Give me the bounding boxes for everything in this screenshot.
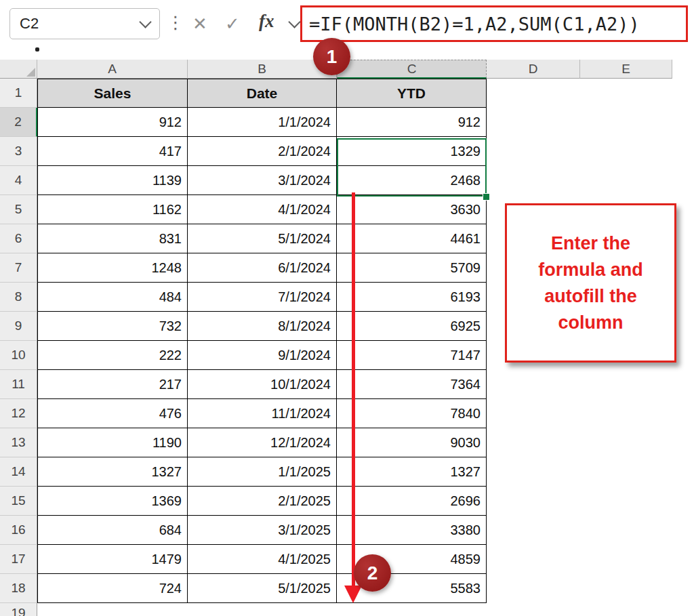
cell-ytd[interactable]: 5709 (337, 253, 487, 283)
row-header[interactable]: 16 (0, 516, 37, 545)
cell-empty[interactable] (487, 370, 580, 399)
cell-sales[interactable]: 1248 (37, 253, 188, 283)
name-box[interactable]: C2 (9, 8, 160, 39)
cell-ytd[interactable]: 2468 (337, 166, 487, 195)
formula-input[interactable]: =IF(MONTH(B2)=1,A2,SUM(C1,A2)) (300, 5, 688, 42)
cell-sales[interactable]: 1479 (37, 545, 188, 574)
cell-ytd[interactable]: 7147 (337, 341, 487, 370)
row-header[interactable]: 3 (0, 137, 37, 166)
cell-date[interactable]: 8/1/2024 (188, 312, 337, 341)
cell-empty[interactable] (580, 487, 672, 516)
cell-ytd[interactable]: 1327 (337, 457, 487, 487)
cell-empty[interactable] (580, 79, 672, 108)
row-header[interactable]: 14 (0, 457, 37, 487)
confirm-icon[interactable]: ✓ (225, 14, 240, 35)
cell-date[interactable]: 3/1/2025 (188, 516, 337, 545)
cell-ytd[interactable]: 1329 (337, 137, 487, 166)
cell-empty[interactable] (487, 574, 580, 603)
cell-date[interactable]: 5/1/2025 (188, 574, 337, 603)
row-header[interactable]: 7 (0, 253, 37, 283)
cell-date[interactable]: 11/1/2024 (188, 399, 337, 428)
cell-empty[interactable] (580, 574, 672, 603)
row-header[interactable]: 8 (0, 283, 37, 312)
cell-date-header[interactable]: Date (188, 79, 337, 108)
cell-date[interactable]: 4/1/2024 (188, 195, 337, 224)
cell-date[interactable]: 2/1/2025 (188, 487, 337, 516)
cell-sales[interactable]: 732 (37, 312, 188, 341)
row-header[interactable]: 2 (0, 108, 37, 137)
column-header-e[interactable]: E (580, 60, 672, 79)
row-header[interactable]: 6 (0, 224, 37, 253)
cell-sales[interactable]: 1327 (37, 457, 188, 487)
column-header-a[interactable]: A (37, 60, 188, 79)
cell-sales[interactable]: 1369 (37, 487, 188, 516)
cell-sales[interactable]: 912 (37, 108, 188, 137)
cell-sales-header[interactable]: Sales (37, 79, 188, 108)
cell-empty[interactable] (487, 79, 580, 108)
cell-empty[interactable] (580, 516, 672, 545)
cell-sales[interactable]: 222 (37, 341, 188, 370)
cell-ytd[interactable]: 3630 (337, 195, 487, 224)
row-header[interactable]: 18 (0, 574, 37, 603)
select-all-corner[interactable] (0, 60, 37, 79)
cell-date[interactable]: 6/1/2024 (188, 253, 337, 283)
cell-ytd-header[interactable]: YTD (337, 79, 487, 108)
cell-date[interactable]: 10/1/2024 (188, 370, 337, 399)
cell-date[interactable]: 3/1/2024 (188, 166, 337, 195)
row-header[interactable]: 10 (0, 341, 37, 370)
cell-empty[interactable] (487, 487, 580, 516)
cell-empty[interactable] (580, 108, 672, 137)
cell-sales[interactable]: 217 (37, 370, 188, 399)
cell-ytd[interactable]: 3380 (337, 516, 487, 545)
row-header[interactable]: 17 (0, 545, 37, 574)
cell-sales[interactable]: 684 (37, 516, 188, 545)
insert-function-icon[interactable]: fx (259, 11, 274, 32)
cell-empty[interactable] (487, 516, 580, 545)
column-header-d[interactable]: D (487, 60, 580, 79)
cell-sales[interactable]: 831 (37, 224, 188, 253)
row-header[interactable]: 4 (0, 166, 37, 195)
row-header[interactable]: 15 (0, 487, 37, 516)
cell-empty[interactable] (487, 399, 580, 428)
cell-empty[interactable] (580, 166, 672, 195)
cancel-icon[interactable]: ✕ (192, 14, 207, 35)
cell-ytd[interactable]: 9030 (337, 428, 487, 457)
row-header[interactable]: 12 (0, 399, 37, 428)
column-header-c[interactable]: C (337, 60, 487, 79)
cell-ytd[interactable]: 912 (337, 108, 487, 137)
cell-date[interactable]: 12/1/2024 (188, 428, 337, 457)
cell-empty[interactable] (487, 137, 580, 166)
cell-date[interactable]: 1/1/2025 (188, 457, 337, 487)
cell-date[interactable]: 9/1/2024 (188, 341, 337, 370)
cell-sales[interactable]: 1139 (37, 166, 188, 195)
cell-ytd[interactable]: 7364 (337, 370, 487, 399)
cell-empty[interactable] (580, 545, 672, 574)
cell-sales[interactable]: 476 (37, 399, 188, 428)
cell-ytd[interactable]: 6925 (337, 312, 487, 341)
row-header[interactable]: 11 (0, 370, 37, 399)
cell-empty[interactable] (487, 166, 580, 195)
cell-empty[interactable] (487, 108, 580, 137)
cell-empty[interactable] (487, 428, 580, 457)
cell-date[interactable]: 7/1/2024 (188, 283, 337, 312)
cell-sales[interactable]: 1190 (37, 428, 188, 457)
cell-date[interactable]: 2/1/2024 (188, 137, 337, 166)
cell-empty[interactable] (580, 370, 672, 399)
cell-sales[interactable]: 484 (37, 283, 188, 312)
fill-handle[interactable] (483, 193, 490, 201)
cell-empty[interactable] (580, 428, 672, 457)
cell-sales[interactable]: 1162 (37, 195, 188, 224)
cell-ytd[interactable]: 6193 (337, 283, 487, 312)
row-header[interactable]: 1 (0, 79, 37, 108)
row-header[interactable]: 9 (0, 312, 37, 341)
cell-date[interactable]: 5/1/2024 (188, 224, 337, 253)
cell-ytd[interactable]: 7840 (337, 399, 487, 428)
row-header[interactable]: 5 (0, 195, 37, 224)
cell-date[interactable]: 4/1/2025 (188, 545, 337, 574)
chevron-down-icon[interactable] (288, 16, 300, 28)
cell-empty[interactable] (580, 399, 672, 428)
cell-sales[interactable]: 417 (37, 137, 188, 166)
cell-date[interactable]: 1/1/2024 (188, 108, 337, 137)
cell-empty[interactable] (580, 137, 672, 166)
row-header[interactable]: 19 (0, 603, 37, 616)
